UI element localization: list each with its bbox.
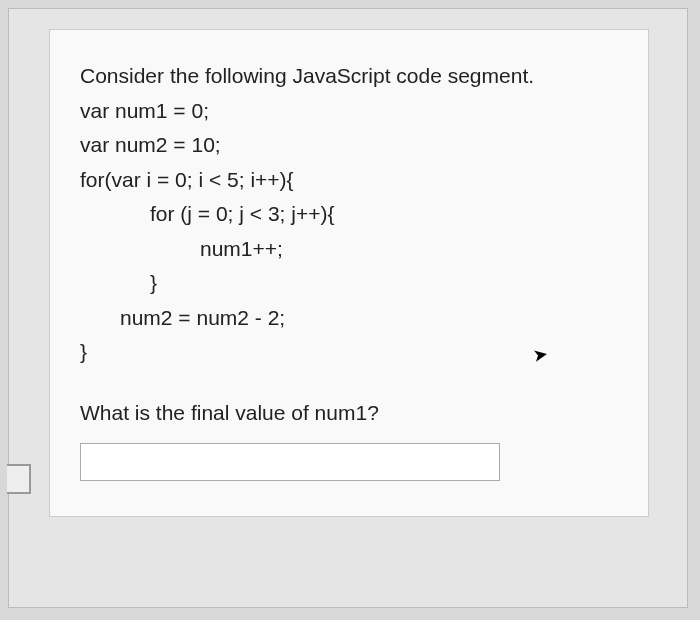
- code-line-2: var num2 = 10;: [80, 129, 618, 162]
- answer-input[interactable]: [80, 443, 500, 481]
- code-line-7: num2 = num2 - 2;: [80, 302, 618, 335]
- intro-text: Consider the following JavaScript code s…: [80, 60, 618, 93]
- page-container: Consider the following JavaScript code s…: [8, 8, 688, 608]
- code-line-6: }: [80, 267, 618, 300]
- code-line-5: num1++;: [80, 233, 618, 266]
- code-line-4: for (j = 0; j < 3; j++){: [80, 198, 618, 231]
- question-text: What is the final value of num1?: [80, 401, 618, 425]
- code-line-3: for(var i = 0; i < 5; i++){: [80, 164, 618, 197]
- code-line-1: var num1 = 0;: [80, 95, 618, 128]
- side-checkbox[interactable]: [7, 464, 31, 494]
- question-card: Consider the following JavaScript code s…: [49, 29, 649, 517]
